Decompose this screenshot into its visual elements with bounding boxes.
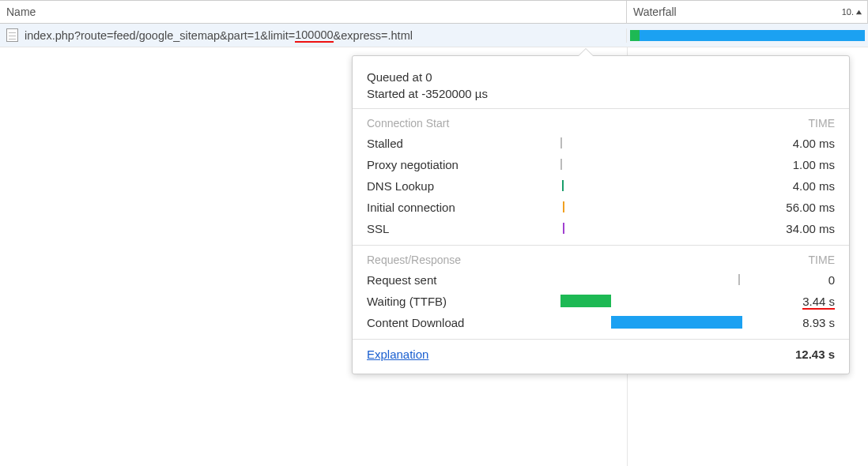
- sort-indicator: 10.: [842, 7, 862, 17]
- timing-label: Request sent: [367, 273, 560, 287]
- timing-tick: [563, 223, 564, 234]
- timing-tick: [560, 137, 562, 148]
- timing-label: Waiting (TTFB): [367, 295, 560, 308]
- timing-row: Content Download8.93 s: [367, 314, 835, 331]
- timing-row: Waiting (TTFB)3.44 s: [367, 292, 835, 310]
- waterfall-segment-download: [640, 30, 865, 41]
- request-url-highlight: 100000: [295, 28, 333, 43]
- timing-value: 4.00 ms: [742, 137, 835, 150]
- timing-tooltip: Queued at 0 Started at -3520000 µs Conne…: [352, 55, 850, 374]
- tooltip-queued: Queued at 0: [367, 70, 835, 84]
- tooltip-separator: [353, 339, 849, 340]
- timing-bar-area: [560, 157, 742, 171]
- column-header-waterfall[interactable]: Waterfall 10.: [627, 1, 868, 24]
- request-name-cell[interactable]: index.php?route=feed/google_sitemap&part…: [0, 28, 627, 43]
- timing-label: DNS Lookup: [367, 179, 560, 193]
- timing-bar-area: [560, 272, 742, 287]
- tooltip-separator: [353, 108, 849, 109]
- svg-marker-0: [856, 9, 862, 13]
- timing-bar-area: [560, 200, 742, 214]
- request-waterfall-cell[interactable]: [627, 24, 868, 47]
- tooltip-footer: Explanation 12.43 s: [367, 348, 835, 361]
- explanation-link[interactable]: Explanation: [367, 348, 428, 361]
- timing-label: Content Download: [367, 316, 560, 329]
- column-header-name-label: Name: [6, 6, 36, 18]
- timing-label: Initial connection: [367, 201, 560, 214]
- timing-tick: [562, 180, 564, 191]
- timing-value-text: 3.44 s: [802, 295, 835, 310]
- timing-row: Initial connection56.00 ms: [367, 198, 835, 216]
- request-url-post: &express=.html: [334, 29, 413, 42]
- timing-bar: [611, 316, 742, 329]
- timing-row: Request sent0: [367, 271, 835, 288]
- document-icon: [6, 28, 18, 42]
- timing-value: 4.00 ms: [742, 179, 835, 193]
- timing-bar-area: [560, 294, 742, 308]
- timing-bar-area: [560, 136, 742, 150]
- column-header-waterfall-label: Waterfall: [633, 6, 677, 18]
- tooltip-started: Started at -3520000 µs: [367, 87, 835, 100]
- timing-value: 56.00 ms: [742, 201, 835, 214]
- timing-row: DNS Lookup4.00 ms: [367, 177, 835, 194]
- timing-value: 0: [742, 273, 835, 287]
- timing-value: 34.00 ms: [742, 222, 835, 235]
- waterfall-segment-waiting: [630, 30, 640, 41]
- timing-bar-area: [560, 315, 742, 329]
- timing-label: Stalled: [367, 137, 560, 150]
- tooltip-time-label: TIME: [809, 117, 835, 130]
- timing-tick: [560, 159, 562, 170]
- timing-bar: [560, 295, 611, 307]
- tooltip-total: 12.43 s: [795, 348, 835, 361]
- tooltip-section-connection-label: Connection Start: [367, 117, 449, 130]
- request-url-pre: index.php?route=feed/google_sitemap&part…: [25, 29, 295, 42]
- waterfall-bar: [630, 30, 865, 41]
- timing-value: 3.44 s: [742, 295, 835, 308]
- timing-row: Stalled4.00 ms: [367, 134, 835, 152]
- sort-value: 10.: [842, 7, 854, 17]
- timing-tick: [563, 201, 564, 212]
- tooltip-section-connection: Connection Start TIME: [367, 117, 835, 130]
- tooltip-time-label: TIME: [809, 254, 835, 266]
- timing-label: SSL: [367, 222, 560, 235]
- timing-tick: [738, 274, 740, 285]
- timing-bar-area: [560, 179, 742, 193]
- tooltip-separator: [353, 245, 849, 246]
- column-header-name[interactable]: Name: [0, 1, 627, 24]
- tooltip-section-request: Request/Response TIME: [367, 254, 835, 266]
- timing-bar-area: [560, 221, 742, 235]
- sort-asc-icon: [855, 9, 862, 16]
- timing-row: Proxy negotiation1.00 ms: [367, 156, 835, 173]
- table-header: Name Waterfall 10.: [0, 0, 868, 24]
- tooltip-section-request-label: Request/Response: [367, 254, 461, 266]
- timing-value: 8.93 s: [742, 316, 835, 329]
- timing-row: SSL34.00 ms: [367, 220, 835, 237]
- network-request-row[interactable]: index.php?route=feed/google_sitemap&part…: [0, 24, 868, 47]
- timing-label: Proxy negotiation: [367, 158, 560, 171]
- timing-value: 1.00 ms: [742, 158, 835, 171]
